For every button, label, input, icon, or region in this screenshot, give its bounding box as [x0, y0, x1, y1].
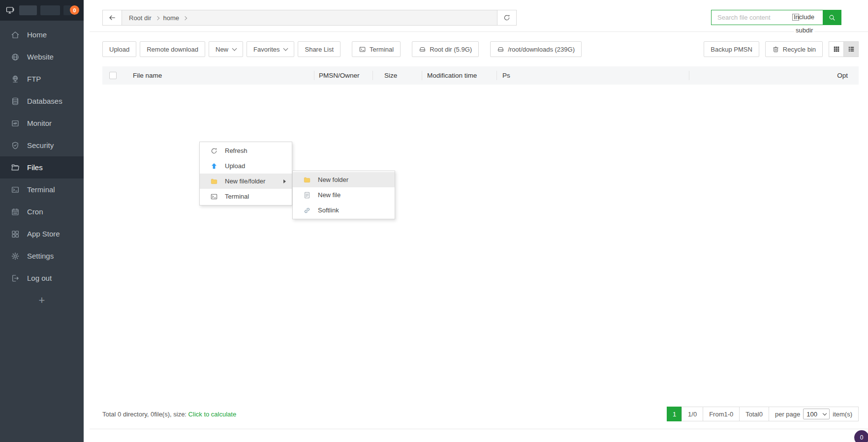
toolbar-spacer [482, 41, 487, 57]
ftp-icon [11, 75, 20, 84]
sidebar-item-app-store[interactable]: App Store [0, 223, 84, 245]
sidebar-item-security[interactable]: Security [0, 134, 84, 156]
column-modification-time[interactable]: Modification time [427, 66, 477, 85]
submenu-arrow-icon [283, 179, 286, 183]
terminal-button[interactable]: Terminal [352, 41, 401, 57]
sidebar-nav: Home Website FTP Databases Monitor Secur… [0, 21, 84, 289]
per-page-cell: per page 100 item(s) [769, 407, 859, 421]
remote-download-button[interactable]: Remote download [140, 41, 205, 57]
items-label: item(s) [833, 411, 852, 418]
monitor-logo-icon [5, 6, 16, 15]
context-menu-terminal[interactable]: Terminal [200, 189, 292, 204]
new-dropdown-button[interactable]: New [209, 41, 243, 57]
sidebar-item-ftp[interactable]: FTP [0, 68, 84, 90]
globe-icon [11, 53, 20, 61]
column-file-name[interactable]: File name [133, 66, 162, 85]
plus-icon: + [39, 294, 45, 307]
search-icon [828, 14, 836, 22]
subdir-label: subdir [794, 27, 814, 34]
refresh-icon [503, 14, 511, 22]
shield-icon [11, 141, 20, 150]
refresh-button[interactable] [497, 10, 517, 26]
toolbar-spacer [404, 41, 408, 57]
column-separator [496, 71, 497, 80]
home-icon [11, 30, 20, 39]
include-label: Include [794, 13, 814, 21]
view-toggle [829, 41, 859, 57]
trash-icon [772, 46, 779, 53]
button-label: /root/downloads (239G) [508, 46, 575, 53]
softlink-icon [303, 206, 311, 214]
folder-yellow-icon [303, 176, 311, 184]
new-file-folder-submenu: New folder New file Softlink [292, 171, 395, 219]
button-label: Root dir (5.9G) [430, 46, 472, 53]
column-separator [314, 71, 314, 80]
sidebar-item-log-out[interactable]: Log out [0, 267, 84, 289]
back-button[interactable] [102, 10, 122, 26]
sidebar-add-button[interactable]: + [0, 289, 84, 312]
page-number-current[interactable]: 1 [667, 407, 682, 421]
sidebar-item-label: Databases [27, 97, 62, 105]
submenu-softlink[interactable]: Softlink [293, 203, 395, 218]
root-dir-disk-button[interactable]: Root dir (5.9G) [412, 41, 479, 57]
sidebar-item-cron[interactable]: Cron [0, 201, 84, 223]
sidebar-item-files[interactable]: Files [0, 156, 84, 178]
file-icon [303, 191, 311, 199]
column-pmsn-owner[interactable]: PMSN/Owner [319, 66, 360, 85]
button-label: Recycle bin [783, 46, 816, 53]
backup-pmsn-button[interactable]: Backup PMSN [704, 41, 759, 57]
search-input[interactable] [712, 14, 792, 21]
share-list-button[interactable]: Share List [298, 41, 341, 57]
gear-icon [11, 252, 20, 261]
sidebar-item-monitor[interactable]: Monitor [0, 112, 84, 134]
downloads-disk-button[interactable]: /root/downloads (239G) [490, 41, 582, 57]
sidebar-item-terminal[interactable]: Terminal [0, 178, 84, 201]
sidebar-item-website[interactable]: Website [0, 46, 84, 68]
page-total: Total0 [739, 407, 769, 421]
favorites-dropdown-button[interactable]: Favorites [247, 41, 294, 57]
disk-icon [419, 46, 426, 53]
upload-button[interactable]: Upload [102, 41, 136, 57]
context-menu-upload[interactable]: Upload [200, 158, 292, 174]
corner-notification-badge[interactable]: 0 [854, 430, 868, 442]
summary-text: Total 0 directory, 0file(s), size: [102, 411, 186, 418]
toolbar-spacer [344, 41, 348, 57]
button-label: Upload [109, 46, 129, 53]
menu-item-label: Refresh [225, 147, 248, 154]
redacted-hostname-block [19, 5, 37, 15]
column-separator [422, 71, 422, 80]
logout-icon [11, 274, 20, 283]
disk-icon [497, 46, 504, 53]
sidebar-item-databases[interactable]: Databases [0, 90, 84, 112]
breadcrumb-root-dir[interactable]: Root dir [129, 14, 152, 22]
submenu-new-folder[interactable]: New folder [293, 172, 395, 187]
select-all-checkbox[interactable] [109, 72, 117, 79]
click-to-calculate-link[interactable]: Click to calculate [188, 411, 237, 418]
per-page-select[interactable]: 100 [803, 409, 830, 419]
topbar-divider [90, 31, 868, 32]
chevron-down-icon [823, 411, 827, 415]
back-arrow-icon [108, 14, 116, 22]
button-label: Favorites [253, 46, 279, 53]
sidebar-item-settings[interactable]: Settings [0, 245, 84, 267]
notification-badge[interactable]: 0 [70, 5, 79, 15]
button-label: New [216, 46, 228, 53]
column-ps[interactable]: Ps [502, 66, 510, 85]
sidebar-item-label: Security [27, 141, 54, 149]
breadcrumb-home[interactable]: home [163, 14, 180, 22]
column-size[interactable]: Size [384, 66, 397, 85]
sidebar-item-home[interactable]: Home [0, 24, 84, 46]
context-menu-new-file-folder[interactable]: New file/folder [200, 174, 292, 189]
column-separator [372, 71, 373, 80]
grid-view-button[interactable] [829, 41, 844, 57]
include-subdir-option[interactable]: Include subdir [792, 10, 823, 25]
menu-item-label: New folder [318, 176, 348, 183]
recycle-bin-button[interactable]: Recycle bin [765, 41, 823, 57]
context-menu-refresh[interactable]: Refresh [200, 143, 292, 158]
sidebar-item-label: Cron [27, 207, 43, 216]
submenu-new-file[interactable]: New file [293, 187, 395, 203]
database-icon [11, 97, 20, 106]
search-button[interactable] [823, 10, 841, 25]
list-view-button[interactable] [843, 41, 859, 57]
terminal-icon [210, 193, 218, 201]
